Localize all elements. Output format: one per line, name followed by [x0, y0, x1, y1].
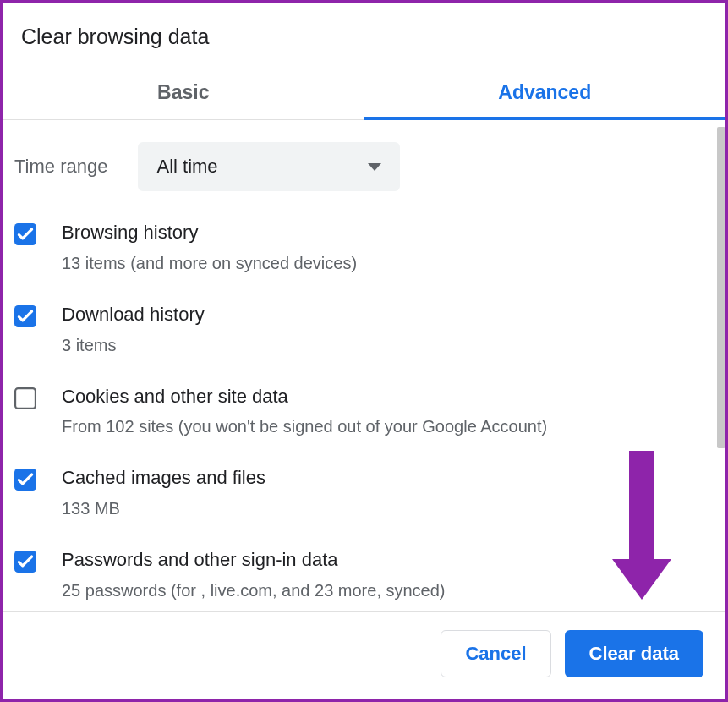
checkbox-download-history[interactable] [14, 305, 36, 327]
checkbox-checked-icon [14, 305, 36, 327]
tabs: Basic Advanced [3, 68, 725, 120]
time-range-select[interactable]: All time [138, 142, 400, 191]
tab-basic[interactable]: Basic [3, 68, 364, 119]
checkbox-cached[interactable] [14, 469, 36, 491]
checkbox-unchecked-icon [14, 387, 36, 409]
option-title: Cookies and other site data [62, 384, 707, 410]
checkbox-browsing-history[interactable] [14, 223, 36, 245]
dialog-title: Clear browsing data [3, 3, 725, 68]
chevron-down-icon [368, 163, 381, 171]
cancel-button[interactable]: Cancel [441, 630, 550, 677]
option-title: Download history [62, 302, 707, 328]
option-title: Cached images and files [62, 465, 707, 491]
time-range-value: All time [156, 156, 217, 178]
option-title: Browsing history [62, 220, 707, 246]
option-title: Passwords and other sign-in data [62, 547, 707, 573]
option-subtitle: 25 passwords (for , live.com, and 23 mor… [62, 579, 707, 602]
option-subtitle: 3 items [62, 333, 707, 357]
tab-advanced[interactable]: Advanced [364, 68, 726, 119]
option-download-history: Download history 3 items [14, 288, 707, 370]
scrollbar[interactable] [717, 127, 725, 448]
checkbox-checked-icon [14, 223, 36, 245]
option-passwords: Passwords and other sign-in data 25 pass… [14, 534, 707, 612]
option-subtitle: 13 items (and more on synced devices) [62, 251, 707, 275]
options-scroll-area: Time range All time Browsing history 13 … [3, 120, 725, 612]
time-range-label: Time range [14, 156, 107, 178]
checkbox-checked-icon [14, 469, 36, 491]
option-cached: Cached images and files 133 MB [14, 452, 707, 534]
option-cookies: Cookies and other site data From 102 sit… [14, 370, 707, 452]
checkbox-checked-icon [14, 551, 36, 573]
time-range-row: Time range All time [3, 120, 725, 206]
option-subtitle: From 102 sites (you won't be signed out … [62, 414, 707, 438]
checkbox-cookies[interactable] [14, 387, 36, 409]
options-list: Browsing history 13 items (and more on s… [3, 206, 725, 612]
clear-data-button[interactable]: Clear data [565, 630, 703, 677]
dialog-footer: Cancel Clear data [3, 612, 725, 699]
checkbox-passwords[interactable] [14, 551, 36, 573]
option-browsing-history: Browsing history 13 items (and more on s… [14, 206, 707, 288]
svg-rect-2 [15, 388, 36, 409]
clear-browsing-data-dialog: Clear browsing data Basic Advanced Time … [0, 0, 728, 702]
option-subtitle: 133 MB [62, 496, 707, 520]
